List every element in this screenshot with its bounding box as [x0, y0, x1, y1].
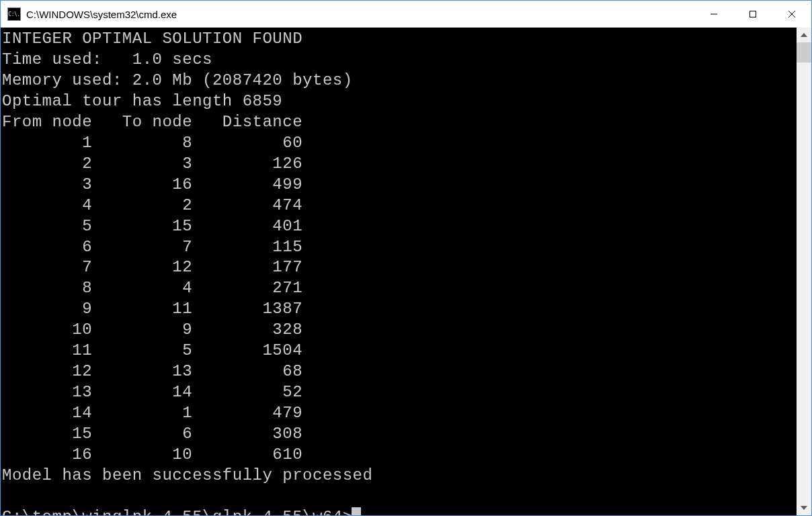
close-button[interactable]: [772, 1, 811, 28]
scroll-up-button[interactable]: [797, 28, 811, 42]
minimize-button[interactable]: [694, 1, 733, 28]
svg-rect-1: [750, 11, 756, 17]
terminal-area: INTEGER OPTIMAL SOLUTION FOUND Time used…: [1, 28, 811, 515]
window-controls: [694, 1, 811, 28]
maximize-button[interactable]: [733, 1, 772, 28]
close-icon: [788, 10, 796, 18]
chevron-down-icon: [801, 506, 807, 510]
chevron-up-icon: [801, 33, 807, 37]
app-icon: C:\.: [7, 7, 21, 21]
terminal-output[interactable]: INTEGER OPTIMAL SOLUTION FOUND Time used…: [1, 28, 797, 515]
minimize-icon: [710, 10, 718, 18]
scroll-track[interactable]: [797, 42, 811, 501]
svg-marker-5: [801, 506, 807, 510]
cursor: [352, 507, 361, 515]
window-title: C:\WINDOWS\system32\cmd.exe: [26, 9, 694, 20]
vertical-scrollbar[interactable]: [797, 28, 811, 515]
scroll-thumb[interactable]: [797, 42, 811, 62]
cmd-window: C:\. C:\WINDOWS\system32\cmd.exe IN: [0, 0, 812, 516]
scroll-down-button[interactable]: [797, 501, 811, 515]
svg-marker-4: [801, 33, 807, 37]
maximize-icon: [749, 10, 757, 18]
titlebar[interactable]: C:\. C:\WINDOWS\system32\cmd.exe: [1, 1, 811, 28]
